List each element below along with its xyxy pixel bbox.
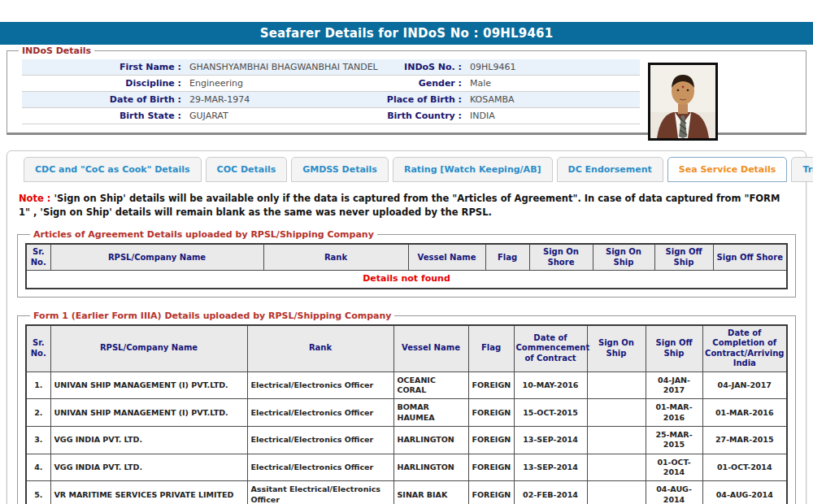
column-header-vessel-name: Vessel Name [393, 325, 468, 372]
column-header-rank: Rank [247, 325, 393, 372]
birth-state-label: Birth State : [22, 111, 185, 121]
column-header-flag: Flag [485, 244, 529, 271]
cell-rank: Electrical/Electronics Officer [247, 371, 393, 399]
cell-date-of-commencement-of-contract: 10-MAY-2016 [514, 371, 587, 399]
cell-sr-no: 3. [26, 427, 50, 454]
cell-rpsl-company-name: VGG INDIA PVT. LTD. [50, 454, 247, 481]
tab-gmdss-details[interactable]: GMDSS Details [291, 157, 389, 182]
cell-rank: Electrical/Electronics Officer [247, 454, 393, 481]
column-header-sign-off-shore: Sign Off Shore [713, 244, 787, 271]
cell-flag: FOREIGN [468, 427, 514, 454]
page-title: Seafarer Details for INDoS No : 09HL9461 [0, 22, 813, 45]
place-of-birth-value: KOSAMBA [465, 94, 640, 105]
gender-label: Gender : [376, 78, 465, 89]
cell-sign-off-ship: 25-MAR-2015 [646, 427, 702, 454]
indos-details-section: INDoS Details First Name : GHANSHYAMBHAI… [7, 46, 806, 135]
column-header-sign-on-ship: Sign On Ship [587, 325, 646, 372]
tab-coc-details[interactable]: COC Details [206, 157, 288, 182]
seafarer-photo-image [650, 65, 715, 138]
column-header-sign-on-shore: Sign On Shore [529, 244, 593, 271]
column-header-rpsl-company-name: RPSL/Company Name [50, 244, 263, 271]
cell-date-of-completion-of-contract-arriving-india: 01-MAR-2016 [702, 399, 787, 427]
cell-sign-off-ship: 04-AUG-2014 [646, 481, 702, 504]
cell-date-of-commencement-of-contract: 15-OCT-2015 [514, 399, 587, 427]
birth-state-value: GUJARAT [185, 111, 376, 121]
column-header-flag: Flag [468, 325, 514, 372]
cell-rank: Assitant Electrical/Electronics Officer [247, 481, 393, 504]
cell-sign-on-ship [587, 454, 646, 481]
seafarer-photo [648, 63, 718, 141]
cell-sr-no: 1. [26, 371, 50, 399]
column-header-sign-on-ship: Sign On Ship [593, 244, 654, 271]
table-row: 1.UNIVAN SHIP MANAGEMENT (I) PVT.LTD.Ele… [26, 371, 787, 399]
tab-rating-watch-keeping-ab[interactable]: Rating [Watch Keeping/AB] [393, 157, 553, 182]
indos-no-value: 09HL9461 [465, 62, 640, 72]
gender-value: Male [465, 78, 640, 89]
cell-rank: Electrical/Electronics Officer [247, 399, 393, 427]
birth-country-value: INDIA [465, 111, 640, 121]
cell-date-of-completion-of-contract-arriving-india: 01-OCT-2014 [702, 454, 787, 481]
indos-row-state: Birth State : GUJARAT Birth Country : IN… [22, 108, 640, 124]
indos-details-legend: INDoS Details [19, 46, 94, 56]
column-header-rank: Rank [263, 244, 408, 271]
articles-of-agreement-section: Articles of Agreement Details uploaded b… [17, 229, 796, 297]
note-text: Note : 'Sign on Ship' details will be av… [19, 192, 794, 219]
cell-rank: Electrical/Electronics Officer [247, 427, 393, 454]
tab-content-panel: CDC and "CoC as Cook" DetailsCOC Details… [7, 150, 806, 504]
cell-sign-on-ship [587, 399, 646, 427]
table-row: 2.UNIVAN SHIP MANAGEMENT (I) PVT.LTD.Ele… [26, 399, 787, 427]
column-header-sr-no: Sr. No. [26, 244, 50, 271]
cell-vessel-name: HARLINGTON [393, 454, 468, 481]
cell-date-of-commencement-of-contract: 02-FEB-2014 [514, 481, 587, 504]
cell-sr-no: 2. [26, 399, 50, 427]
articles-legend: Articles of Agreement Details uploaded b… [30, 229, 377, 240]
indos-row-name: First Name : GHANSHYAMBHAI BHAGWANBHAI T… [22, 59, 640, 76]
cell-vessel-name: OCEANIC CORAL [393, 371, 468, 399]
first-name-label: First Name : [22, 62, 185, 72]
cell-sign-off-ship: 01-OCT-2014 [646, 454, 702, 481]
tab-training-details[interactable]: Training Details [791, 157, 813, 182]
cell-flag: FOREIGN [468, 399, 514, 427]
tab-cdc-and-coc-as-cook-details[interactable]: CDC and "CoC as Cook" Details [24, 157, 202, 182]
column-header-sr-no: Sr. No. [26, 325, 50, 372]
cell-date-of-completion-of-contract-arriving-india: 27-MAR-2015 [702, 427, 787, 454]
note-body: 'Sign on Ship' details will be available… [19, 193, 780, 218]
column-header-sign-off-ship: Sign Off Ship [646, 325, 702, 372]
table-row: 4.VGG INDIA PVT. LTD.Electrical/Electron… [26, 454, 787, 481]
tab-sea-service-details[interactable]: Sea Service Details [667, 157, 788, 182]
note-prefix: Note : [19, 193, 50, 204]
cell-vessel-name: BOMAR HAUMEA [393, 399, 468, 427]
indos-row-birth: Date of Birth : 29-MAR-1974 Place of Bir… [22, 92, 640, 108]
discipline-value: Engineering [185, 78, 376, 89]
cell-sign-off-ship: 01-MAR-2016 [646, 399, 702, 427]
place-of-birth-label: Place of Birth : [376, 94, 465, 105]
column-header-rpsl-company-name: RPSL/Company Name [50, 325, 247, 372]
column-header-date-of-completion-of-contract-arriving-india: Date of Completion of Contract/Arriving … [702, 325, 787, 372]
column-header-vessel-name: Vessel Name [408, 244, 485, 271]
date-of-birth-label: Date of Birth : [22, 94, 185, 105]
cell-rpsl-company-name: UNIVAN SHIP MANAGEMENT (I) PVT.LTD. [50, 371, 247, 399]
cell-sr-no: 4. [26, 454, 50, 481]
column-header-sign-off-ship: Sign Off Ship [654, 244, 713, 271]
cell-sign-on-ship [587, 481, 646, 504]
cell-date-of-completion-of-contract-arriving-india: 04-AUG-2014 [702, 481, 787, 504]
details-not-found-message: Details not found [26, 271, 787, 289]
cell-sign-off-ship: 04-JAN-2017 [646, 371, 702, 399]
column-header-date-of-commencement-of-contract: Date of Commencement of Contract [514, 325, 587, 372]
empty-row: Details not found [26, 271, 787, 289]
first-name-value: GHANSHYAMBHAI BHAGWANBHAI TANDEL [185, 62, 376, 72]
cell-vessel-name: HARLINGTON [393, 427, 468, 454]
cell-rpsl-company-name: UNIVAN SHIP MANAGEMENT (I) PVT.LTD. [50, 399, 247, 427]
cell-flag: FOREIGN [468, 371, 514, 399]
cell-rpsl-company-name: VR MARITIME SERVICES PRIVATE LIMITED [50, 481, 247, 504]
cell-flag: FOREIGN [468, 454, 514, 481]
cell-sign-on-ship [587, 427, 646, 454]
articles-table: Sr. No.RPSL/Company NameRankVessel NameF… [25, 243, 788, 289]
date-of-birth-value: 29-MAR-1974 [185, 94, 376, 105]
indos-row-discipline: Discipline : Engineering Gender : Male [22, 76, 640, 92]
cell-rpsl-company-name: VGG INDIA PVT. LTD. [50, 427, 247, 454]
tab-dc-endorsement[interactable]: DC Endorsement [557, 157, 663, 182]
cell-flag: FOREIGN [468, 481, 514, 504]
form1-legend: Form 1 (Earlier Form IIIA) Details uploa… [30, 311, 394, 321]
discipline-label: Discipline : [22, 78, 185, 89]
